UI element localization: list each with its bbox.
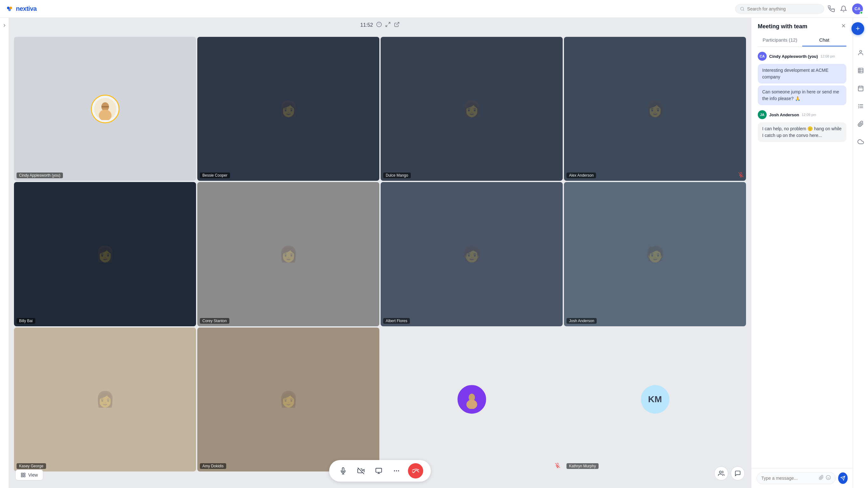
view-button[interactable]: View [15,469,43,480]
more-options-button[interactable] [390,464,403,477]
search-input[interactable] [747,6,819,11]
chat-input-wrap[interactable] [756,472,836,484]
main-layout: 11:52 [0,18,868,488]
cindy-bubble-1: Interesting development at ACME company [758,64,846,84]
video-cell-cheyenne[interactable]: Cheyenne Kenter [381,328,563,471]
chat-icon [735,470,741,477]
svg-rect-20 [376,468,381,472]
grid-icon [21,472,26,478]
chat-messages: CA Cindy Applesworth (you) 12:08 pm Inte… [751,47,853,468]
svg-line-5 [743,9,744,10]
svg-rect-39 [858,68,863,73]
video-cell-corey[interactable]: 👩 Corey Stanton [197,182,379,326]
screen-icon [375,467,382,474]
tab-chat[interactable]: Chat [802,34,847,47]
bessie-placeholder: 👩 [197,37,379,181]
video-cell-alex[interactable]: 👩 Alex Anderson [564,37,746,181]
svg-point-25 [398,470,399,471]
video-cell-josh[interactable]: 🧑 Josh Anderson [564,182,746,326]
video-timer: 11:52 [360,22,400,29]
josh-bubble-1: I can help, no problem 🙂 hang on while I… [758,122,846,142]
cloud-icon [858,139,864,145]
mic-button[interactable] [337,464,349,477]
svg-rect-27 [24,473,25,475]
rail-cloud-icon[interactable] [855,136,866,147]
mic-icon [340,467,347,474]
user-avatar[interactable]: CA [852,3,863,14]
chat-input-bar [751,468,853,488]
svg-point-38 [860,51,862,53]
right-panel: Meeting with team Participants (12) Chat… [751,18,853,488]
emoji-icon[interactable] [826,475,831,481]
phone-button[interactable] [828,5,835,12]
svg-point-3 [8,8,11,11]
kathryn-name: Kathryn Murphy [566,463,598,469]
josh-placeholder: 🧑 [564,182,746,326]
search-bar[interactable] [735,4,824,14]
josh-msg-time: 12:09 pm [802,113,816,117]
corey-name: Corey Stanton [200,318,229,324]
video-cell-bessie[interactable]: 👩 Bessie Cooper [197,37,379,181]
video-cell-billy[interactable]: 👩 Billy Bai [14,182,196,326]
video-cell-amy[interactable]: 👩 Amy Dokidis [197,328,379,471]
panel-tabs: Participants (12) Chat [758,34,846,47]
video-cell-kasey[interactable]: 👩 Kasey George [14,328,196,471]
end-call-button[interactable] [408,463,423,479]
svg-point-17 [466,400,477,409]
rail-table-icon[interactable] [855,65,866,76]
search-icon [740,6,745,11]
rail-calendar-icon[interactable] [855,83,866,94]
add-fab[interactable]: + [851,22,864,35]
panel-header: Meeting with team Participants (12) Chat [751,18,853,47]
pin-icon[interactable] [385,22,391,29]
rail-contact-icon[interactable] [855,47,866,58]
tab-participants[interactable]: Participants (12) [758,34,802,47]
rail-tasks-icon[interactable] [855,100,866,112]
chat-input[interactable] [761,476,817,481]
send-icon [840,476,845,481]
video-cell-cindy[interactable]: Cindy Applesworth (you) [14,37,196,181]
alex-placeholder: 👩 [564,37,746,181]
info-icon[interactable] [376,22,382,29]
svg-point-23 [394,470,395,471]
video-cell-albert[interactable]: 🧑 Albert Flores [381,182,563,326]
toggle-button[interactable] [2,23,7,29]
josh-msg-name: Josh Anderson [769,113,799,117]
bell-icon [840,5,847,12]
participants-button[interactable] [714,466,728,480]
svg-point-24 [396,470,397,471]
svg-rect-28 [21,475,23,477]
more-icon [393,467,400,474]
kasey-placeholder: 👩 [14,328,196,471]
close-icon [841,23,846,29]
svg-point-30 [719,471,721,474]
alex-mute-icon [738,172,743,178]
participants-chat-buttons [714,466,745,480]
cindy-name: Cindy Applesworth (you) [17,173,63,178]
dulce-placeholder: 👩 [381,37,563,181]
logo: nextiva [5,4,36,13]
sidebar-toggle[interactable] [0,18,9,488]
share-screen-button[interactable] [372,464,385,477]
send-button[interactable] [838,472,848,484]
kathryn-placeholder: KM [564,328,746,471]
svg-point-4 [741,7,744,10]
video-cell-dulce[interactable]: 👩 Dulce Mango [381,37,563,181]
cheyenne-mute-icon [555,463,560,469]
alex-name: Alex Anderson [566,173,596,178]
attachment-icon[interactable] [819,475,824,481]
chevron-right-icon [2,23,7,28]
rail-attach-icon[interactable] [855,118,866,130]
logo-icon [5,4,14,13]
panel-close-button[interactable] [841,23,846,30]
message-group-cindy: CA Cindy Applesworth (you) 12:08 pm Inte… [758,52,846,105]
external-icon[interactable] [394,22,400,29]
chat-panel-button[interactable] [731,466,745,480]
josh-sender-row: JA Josh Anderson 12:09 pm [758,110,846,119]
panel-title-row: Meeting with team [758,23,846,30]
cindy-sender-row: CA Cindy Applesworth (you) 12:08 pm [758,52,846,61]
video-cell-kathryn[interactable]: KM Kathryn Murphy [564,328,746,471]
notifications-button[interactable] [840,5,847,12]
view-label: View [28,472,38,478]
video-toggle-button[interactable] [354,464,367,477]
